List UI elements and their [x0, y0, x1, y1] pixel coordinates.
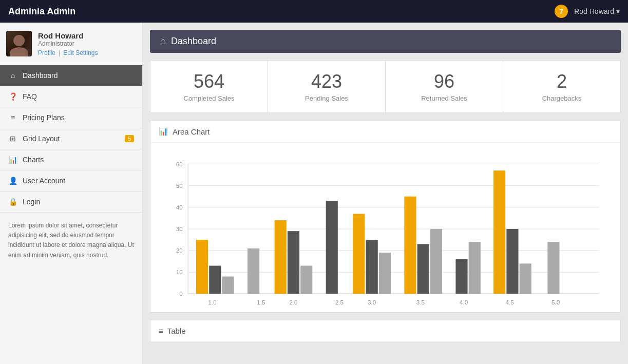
- svg-text:1.0: 1.0: [208, 299, 217, 305]
- svg-text:4.0: 4.0: [460, 299, 468, 305]
- svg-rect-33: [506, 229, 518, 294]
- profile-links: Profile | Edit Settings: [38, 49, 98, 56]
- svg-rect-24: [353, 214, 365, 294]
- sidebar-item-pricing[interactable]: ≡Pricing Plans: [0, 107, 142, 128]
- sidebar-item-label: FAQ: [23, 92, 37, 101]
- stat-card: 423Pending Sales: [268, 60, 385, 113]
- grid-icon: ⊞: [8, 135, 17, 143]
- stat-label: Chargebacks: [513, 94, 610, 102]
- useraccount-icon: 👤: [8, 177, 17, 185]
- svg-rect-29: [430, 229, 442, 294]
- dropdown-arrow-icon: ▾: [616, 7, 620, 15]
- svg-text:10: 10: [176, 269, 183, 275]
- svg-rect-20: [275, 220, 287, 294]
- sidebar-item-useraccount[interactable]: 👤User Account: [0, 170, 142, 191]
- stat-label: Returned Sales: [396, 94, 492, 102]
- stat-number: 423: [278, 71, 375, 92]
- user-name: Rod Howard: [574, 7, 614, 15]
- svg-rect-28: [417, 244, 429, 294]
- sidebar-item-grid[interactable]: ⊞Grid Layout5: [0, 128, 142, 149]
- svg-rect-16: [196, 240, 208, 294]
- stat-card: 2Chargebacks: [503, 60, 621, 113]
- main-layout: Rod Howard Administrator Profile | Edit …: [0, 23, 628, 364]
- notification-badge[interactable]: 7: [555, 5, 568, 18]
- sidebar-item-login[interactable]: 🔒Login: [0, 191, 142, 213]
- sidebar-footer-text: Lorem ipsum dolor sit amet, consectetur …: [0, 213, 142, 269]
- chart-body: 0 10 20 30 40 50 60: [150, 143, 620, 312]
- sidebar-item-dashboard[interactable]: ⌂Dashboard: [0, 65, 142, 86]
- sidebar-item-label: Login: [23, 198, 40, 206]
- sidebar-item-label: Dashboard: [23, 71, 58, 80]
- chart-header: 📊 Area Chart: [150, 121, 620, 143]
- bar-chart: 0 10 20 30 40 50 60: [156, 148, 615, 310]
- faq-icon: ❓: [8, 92, 17, 101]
- svg-rect-21: [288, 231, 299, 294]
- chart-icon: 📊: [159, 127, 168, 136]
- stat-label: Pending Sales: [278, 94, 375, 102]
- page-header-icon: ⌂: [160, 36, 166, 47]
- chart-section: 📊 Area Chart: [150, 120, 621, 313]
- page-header-title: Dashboard: [171, 36, 216, 47]
- svg-text:4.5: 4.5: [506, 299, 514, 305]
- svg-rect-35: [547, 242, 559, 294]
- svg-text:1.5: 1.5: [257, 299, 265, 305]
- svg-text:5.0: 5.0: [551, 299, 560, 305]
- sidebar-item-charts[interactable]: 📊Charts: [0, 149, 142, 170]
- svg-rect-23: [326, 201, 338, 294]
- svg-rect-18: [222, 277, 234, 294]
- pricing-icon: ≡: [8, 113, 17, 122]
- svg-rect-19: [248, 248, 259, 294]
- dashboard-icon: ⌂: [8, 71, 17, 80]
- stat-card: 96Returned Sales: [385, 60, 503, 113]
- svg-rect-27: [404, 197, 416, 294]
- table-title: Table: [167, 327, 186, 335]
- sidebar: Rod Howard Administrator Profile | Edit …: [0, 23, 143, 364]
- svg-rect-32: [493, 170, 505, 294]
- profile-info: Rod Howard Administrator Profile | Edit …: [38, 31, 98, 56]
- chart-title: Area Chart: [173, 127, 210, 136]
- svg-text:40: 40: [176, 204, 183, 210]
- svg-text:3.5: 3.5: [416, 299, 425, 305]
- edit-settings-link[interactable]: Edit Settings: [63, 49, 98, 56]
- avatar: [6, 31, 32, 56]
- svg-rect-22: [300, 266, 312, 294]
- svg-rect-17: [209, 266, 221, 294]
- profile-link[interactable]: Profile: [38, 49, 55, 56]
- svg-text:2.5: 2.5: [335, 299, 344, 305]
- svg-rect-34: [520, 263, 531, 294]
- stat-card: 564Completed Sales: [150, 60, 268, 113]
- sidebar-item-label: Pricing Plans: [23, 113, 65, 122]
- stat-number: 2: [513, 71, 610, 92]
- svg-rect-26: [379, 253, 391, 294]
- svg-text:50: 50: [176, 183, 183, 189]
- stat-number: 96: [396, 71, 492, 92]
- user-dropdown[interactable]: Rod Howard ▾: [574, 7, 620, 15]
- profile-role: Administrator: [38, 40, 98, 47]
- sidebar-item-faq[interactable]: ❓FAQ: [0, 86, 142, 107]
- navbar-right: 7 Rod Howard ▾: [555, 5, 620, 18]
- svg-text:0: 0: [179, 291, 182, 297]
- svg-text:60: 60: [176, 161, 183, 167]
- sidebar-item-label: Charts: [23, 156, 44, 164]
- app-title: Adminia Admin: [8, 6, 75, 17]
- profile-name: Rod Howard: [38, 31, 98, 40]
- svg-text:3.0: 3.0: [368, 299, 376, 305]
- table-header: ≡ Table: [150, 320, 620, 342]
- svg-rect-25: [366, 240, 378, 294]
- navbar: Adminia Admin 7 Rod Howard ▾: [0, 0, 628, 23]
- avatar-image: [6, 31, 32, 56]
- svg-text:2.0: 2.0: [289, 299, 297, 305]
- svg-rect-31: [469, 242, 481, 294]
- charts-icon: 📊: [8, 156, 17, 164]
- sidebar-profile: Rod Howard Administrator Profile | Edit …: [0, 23, 142, 65]
- sidebar-item-label: Grid Layout: [23, 135, 60, 143]
- profile-separator: |: [59, 49, 60, 56]
- page-header: ⌂ Dashboard: [150, 30, 621, 53]
- sidebar-nav: ⌂Dashboard❓FAQ≡Pricing Plans⊞Grid Layout…: [0, 65, 142, 213]
- stat-label: Completed Sales: [161, 94, 257, 102]
- content-area: ⌂ Dashboard 564Completed Sales423Pending…: [143, 23, 628, 364]
- svg-text:30: 30: [176, 226, 183, 232]
- sidebar-item-label: User Account: [23, 177, 65, 185]
- nav-badge-grid: 5: [125, 135, 134, 142]
- table-section: ≡ Table: [150, 320, 621, 342]
